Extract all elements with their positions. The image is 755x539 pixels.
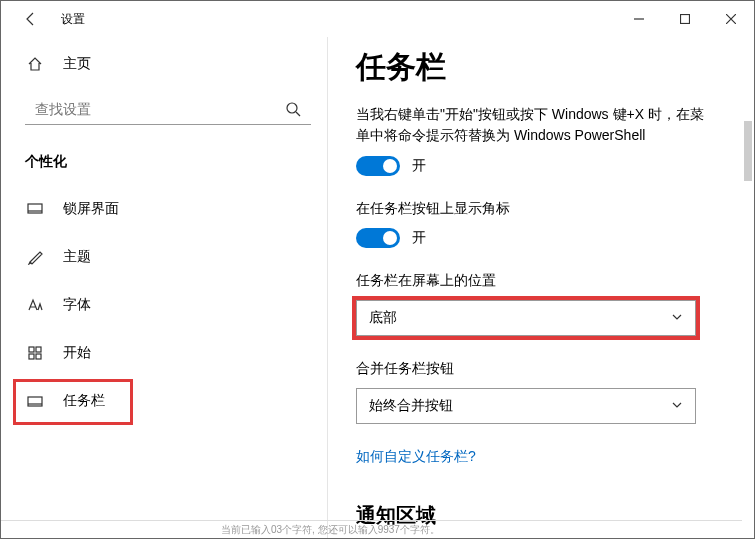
customize-link[interactable]: 如何自定义任务栏? [356,448,476,466]
page-title: 任务栏 [356,47,714,88]
sidebar-item-start[interactable]: 开始 [1,329,327,377]
chevron-down-icon [671,398,683,414]
titlebar: 设置 [1,1,754,37]
status-text: 当前已输入03个字符, 您还可以输入9937个字符。 [221,523,440,537]
combine-dropdown[interactable]: 始终合并按钮 [356,388,696,424]
start-icon [25,345,45,361]
svg-rect-5 [29,354,34,359]
back-button[interactable] [21,9,41,29]
sidebar-item-themes[interactable]: 主题 [1,233,327,281]
badge-option-label: 在任务栏按钮上显示角标 [356,200,714,218]
close-button[interactable] [708,3,754,35]
lockscreen-icon [25,201,45,217]
powershell-option-label: 当我右键单击"开始"按钮或按下 Windows 键+X 时，在菜单中将命令提示符… [356,104,714,146]
search-icon [285,101,301,121]
main-panel: 任务栏 当我右键单击"开始"按钮或按下 Windows 键+X 时，在菜单中将命… [328,37,754,538]
svg-rect-2 [28,204,42,213]
position-label: 任务栏在屏幕上的位置 [356,272,714,290]
taskbar-icon [25,393,45,409]
sidebar-item-taskbar[interactable]: 任务栏 [1,377,327,425]
sidebar: 主页 个性化 锁屏界面 主题 [1,37,327,538]
badge-toggle[interactable] [356,228,400,248]
chevron-down-icon [671,310,683,326]
fonts-icon [25,297,45,313]
sidebar-item-lockscreen[interactable]: 锁屏界面 [1,185,327,233]
window-title: 设置 [61,11,85,28]
svg-rect-7 [28,397,42,406]
sidebar-item-label: 锁屏界面 [63,200,119,218]
svg-rect-0 [681,15,690,24]
toggle-state: 开 [412,229,426,247]
svg-rect-6 [36,354,41,359]
sidebar-item-label: 主题 [63,248,91,266]
status-bar: 当前已输入03个字符, 您还可以输入9937个字符。 [1,520,742,538]
dropdown-value: 始终合并按钮 [369,397,453,415]
section-title: 个性化 [25,153,327,171]
position-dropdown[interactable]: 底部 [356,300,696,336]
svg-point-1 [287,103,297,113]
sidebar-item-label: 字体 [63,296,91,314]
sidebar-item-label: 开始 [63,344,91,362]
svg-rect-3 [29,347,34,352]
home-nav[interactable]: 主页 [1,47,327,81]
powershell-toggle[interactable] [356,156,400,176]
home-icon [25,56,45,72]
svg-rect-4 [36,347,41,352]
sidebar-item-fonts[interactable]: 字体 [1,281,327,329]
home-label: 主页 [63,55,91,73]
search-input[interactable] [25,93,311,125]
maximize-button[interactable] [662,3,708,35]
themes-icon [25,249,45,265]
sidebar-item-label: 任务栏 [63,392,105,410]
minimize-button[interactable] [616,3,662,35]
toggle-state: 开 [412,157,426,175]
combine-label: 合并任务栏按钮 [356,360,714,378]
dropdown-value: 底部 [369,309,397,327]
scrollbar-thumb[interactable] [744,121,752,181]
